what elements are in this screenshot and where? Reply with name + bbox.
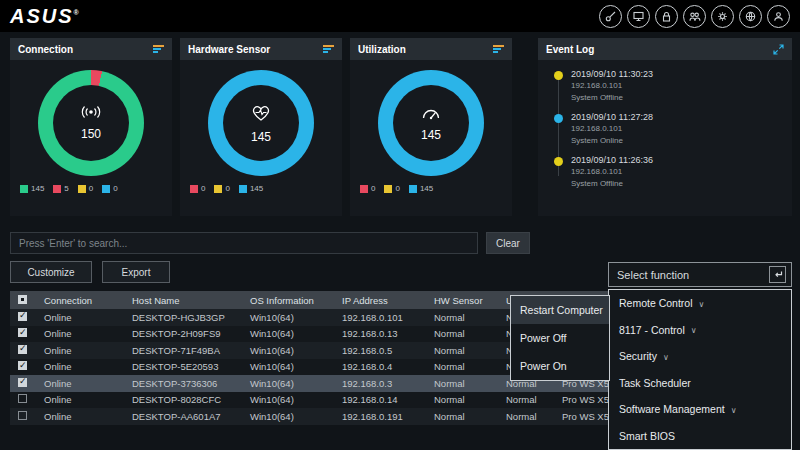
legend-item: 0 bbox=[360, 184, 375, 193]
bar-chart-icon[interactable] bbox=[153, 45, 164, 53]
legend-swatch bbox=[239, 185, 247, 193]
chevron-down-icon bbox=[663, 353, 669, 362]
hardware-legend: 0 0 145 bbox=[180, 184, 342, 193]
panel-title: Hardware Sensor bbox=[188, 44, 270, 55]
event-log-list: 2019/09/10 11:30:23 192.168.0.101 System… bbox=[554, 69, 792, 190]
cell-connection: Online bbox=[38, 361, 126, 372]
event-status-dot bbox=[554, 157, 563, 166]
legend-item: 0 bbox=[102, 184, 117, 193]
cell-connection: Online bbox=[38, 394, 126, 405]
hardware-panel-header: Hardware Sensor bbox=[180, 38, 342, 60]
row-checkbox[interactable] bbox=[18, 312, 27, 321]
globe-icon[interactable] bbox=[739, 5, 762, 28]
row-checkbox-cell bbox=[10, 394, 38, 405]
cell-os-information: Win10(64) bbox=[244, 361, 336, 372]
function-menu-item[interactable]: 8117 - Control bbox=[609, 317, 791, 344]
function-menu-item-label: Smart BIOS bbox=[619, 430, 675, 442]
group-icon[interactable] bbox=[683, 5, 706, 28]
legend-item: 0 bbox=[384, 184, 399, 193]
header-os-information[interactable]: OS Information bbox=[244, 295, 336, 306]
clear-button[interactable]: Clear bbox=[486, 232, 530, 254]
connection-legend: 145 5 0 0 bbox=[10, 184, 172, 193]
panel-title: Event Log bbox=[546, 44, 594, 55]
function-menu-item[interactable]: Remote Control bbox=[609, 290, 791, 317]
row-checkbox[interactable] bbox=[18, 394, 27, 403]
function-menu-item[interactable]: Security bbox=[609, 343, 791, 370]
cell-host-name: DESKTOP-2H09FS9 bbox=[126, 328, 244, 339]
utilization-total: 145 bbox=[421, 128, 441, 142]
header-host-name[interactable]: Host Name bbox=[126, 295, 244, 306]
legend-swatch bbox=[20, 185, 28, 193]
header-connection[interactable]: Connection bbox=[38, 295, 126, 306]
event-time: 2019/09/10 11:26:36 bbox=[571, 155, 792, 165]
row-checkbox[interactable] bbox=[18, 378, 27, 387]
connection-panel-header: Connection bbox=[10, 38, 172, 60]
hardware-total: 145 bbox=[251, 130, 271, 144]
row-checkbox-cell bbox=[10, 361, 38, 372]
gear-icon[interactable] bbox=[711, 5, 734, 28]
cell-ip-address: 192.168.0.14 bbox=[336, 394, 428, 405]
header-hw-sensor[interactable]: HW Sensor bbox=[428, 295, 500, 306]
search-input[interactable] bbox=[10, 232, 478, 254]
cell-hw-sensor: Normal bbox=[428, 411, 500, 422]
display-icon[interactable] bbox=[627, 5, 650, 28]
cell-hw-sensor: Normal bbox=[428, 361, 500, 372]
gauge-icon bbox=[420, 104, 442, 124]
row-checkbox[interactable] bbox=[18, 345, 27, 354]
chevron-down-icon bbox=[699, 300, 705, 309]
row-checkbox[interactable] bbox=[18, 411, 27, 420]
user-icon[interactable] bbox=[767, 5, 790, 28]
cell-ip-address: 192.168.0.101 bbox=[336, 312, 428, 323]
chevron-down-icon bbox=[731, 406, 737, 415]
cell-os-information: Win10(64) bbox=[244, 394, 336, 405]
legend-value: 0 bbox=[371, 184, 375, 193]
row-checkbox[interactable] bbox=[18, 328, 27, 337]
cell-connection: Online bbox=[38, 328, 126, 339]
function-menu-item[interactable]: Smart BIOS bbox=[609, 423, 791, 450]
cell-ip-address: 192.168.0.5 bbox=[336, 345, 428, 356]
bar-chart-icon[interactable] bbox=[493, 45, 504, 53]
enter-icon bbox=[769, 266, 786, 283]
event-log-entry: 2019/09/10 11:26:36 192.168.0.101 System… bbox=[554, 155, 792, 189]
cell-os-information: Win10(64) bbox=[244, 411, 336, 422]
legend-value: 0 bbox=[395, 184, 399, 193]
context-menu-item[interactable]: Restart Computer bbox=[511, 296, 609, 324]
event-log-entry: 2019/09/10 11:27:28 192.168.0.101 System… bbox=[554, 112, 792, 146]
cell-ip-address: 192.168.0.4 bbox=[336, 361, 428, 372]
context-menu: Restart Computer Power Off Power On bbox=[510, 295, 610, 381]
cell-host-name: DESKTOP-HGJB3GP bbox=[126, 312, 244, 323]
wrench-icon[interactable] bbox=[599, 5, 622, 28]
function-menu: Remote Control 8117 - Control Security T… bbox=[608, 289, 792, 450]
row-checkbox-cell bbox=[10, 345, 38, 356]
bar-chart-icon[interactable] bbox=[323, 45, 334, 53]
cell-connection: Online bbox=[38, 378, 126, 389]
hardware-donut-chart: 145 bbox=[208, 70, 314, 176]
lock-icon[interactable] bbox=[655, 5, 678, 28]
function-menu-item-label: Software Management bbox=[619, 403, 725, 415]
cell-host-name: DESKTOP-8028CFC bbox=[126, 394, 244, 405]
cell-connection: Online bbox=[38, 345, 126, 356]
cell-os-information: Win10(64) bbox=[244, 328, 336, 339]
legend-swatch bbox=[214, 185, 222, 193]
legend-value: 0 bbox=[201, 184, 205, 193]
customize-button[interactable]: Customize bbox=[10, 261, 92, 283]
utilization-panel: Utilization 145 0 0 bbox=[350, 38, 512, 216]
connection-total: 150 bbox=[81, 127, 101, 141]
select-all-checkbox[interactable] bbox=[18, 295, 27, 304]
brand-text: ASUS bbox=[10, 5, 74, 27]
cell-os-information: Win10(64) bbox=[244, 345, 336, 356]
row-checkbox-cell bbox=[10, 411, 38, 422]
legend-swatch bbox=[409, 185, 417, 193]
context-menu-item[interactable]: Power Off bbox=[511, 324, 609, 352]
header-ip-address[interactable]: IP Address bbox=[336, 295, 428, 306]
function-menu-item[interactable]: Task Scheduler bbox=[609, 370, 791, 397]
context-menu-item[interactable]: Power On bbox=[511, 352, 609, 380]
export-button[interactable]: Export bbox=[102, 261, 170, 283]
expand-icon[interactable] bbox=[773, 44, 784, 55]
event-ip: 192.168.0.101 bbox=[571, 80, 792, 92]
legend-value: 145 bbox=[31, 184, 44, 193]
select-function-dropdown[interactable]: Select function bbox=[608, 262, 792, 287]
function-menu-item[interactable]: Software Management bbox=[609, 396, 791, 423]
event-status: System Offline bbox=[571, 178, 792, 190]
row-checkbox[interactable] bbox=[18, 361, 27, 370]
